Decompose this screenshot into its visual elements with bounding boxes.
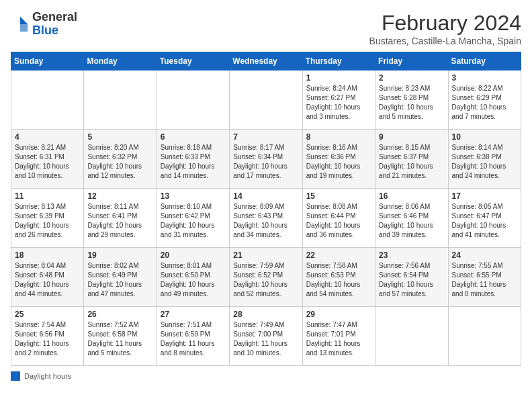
day-number: 15 <box>306 191 371 201</box>
calendar-week-row: 1Sunrise: 8:24 AM Sunset: 6:27 PM Daylig… <box>11 71 521 130</box>
calendar-cell: 23Sunrise: 7:56 AM Sunset: 6:54 PM Dayli… <box>375 248 448 307</box>
location-subtitle: Bustares, Castille-La Mancha, Spain <box>369 36 521 46</box>
day-number: 27 <box>161 310 226 319</box>
day-number: 26 <box>87 310 152 319</box>
day-number: 28 <box>233 310 298 319</box>
day-of-week-header: Tuesday <box>157 52 229 71</box>
calendar-cell: 28Sunrise: 7:49 AM Sunset: 7:00 PM Dayli… <box>230 307 302 366</box>
calendar-cell: 10Sunrise: 8:14 AM Sunset: 6:38 PM Dayli… <box>448 130 521 189</box>
calendar-cell: 24Sunrise: 7:55 AM Sunset: 6:55 PM Dayli… <box>448 248 521 307</box>
calendar-week-row: 11Sunrise: 8:13 AM Sunset: 6:39 PM Dayli… <box>11 189 521 248</box>
day-number: 18 <box>15 250 80 260</box>
day-number: 9 <box>379 132 444 142</box>
svg-marker-0 <box>20 17 28 24</box>
calendar-cell: 25Sunrise: 7:54 AM Sunset: 6:56 PM Dayli… <box>11 307 84 366</box>
day-number: 4 <box>15 132 80 142</box>
calendar-week-row: 18Sunrise: 8:04 AM Sunset: 6:48 PM Dayli… <box>11 248 521 307</box>
day-info: Sunrise: 8:14 AM Sunset: 6:38 PM Dayligh… <box>452 143 517 181</box>
calendar-cell: 26Sunrise: 7:52 AM Sunset: 6:58 PM Dayli… <box>84 307 157 366</box>
day-info: Sunrise: 7:47 AM Sunset: 7:01 PM Dayligh… <box>306 320 371 358</box>
calendar-cell: 1Sunrise: 8:24 AM Sunset: 6:27 PM Daylig… <box>302 71 375 130</box>
calendar-cell: 27Sunrise: 7:51 AM Sunset: 6:59 PM Dayli… <box>157 307 229 366</box>
day-of-week-header: Thursday <box>302 52 375 71</box>
day-number: 17 <box>452 191 517 201</box>
calendar-cell: 14Sunrise: 8:09 AM Sunset: 6:43 PM Dayli… <box>230 189 302 248</box>
day-number: 1 <box>306 73 371 83</box>
day-of-week-header: Sunday <box>11 52 84 71</box>
calendar-cell: 16Sunrise: 8:06 AM Sunset: 6:46 PM Dayli… <box>375 189 448 248</box>
day-of-week-header: Wednesday <box>230 52 302 71</box>
logo: General Blue <box>11 11 77 38</box>
day-info: Sunrise: 8:17 AM Sunset: 6:34 PM Dayligh… <box>233 143 298 181</box>
day-info: Sunrise: 7:58 AM Sunset: 6:53 PM Dayligh… <box>306 261 371 299</box>
day-number: 10 <box>452 132 517 142</box>
calendar-week-row: 25Sunrise: 7:54 AM Sunset: 6:56 PM Dayli… <box>11 307 521 366</box>
day-of-week-header: Friday <box>375 52 448 71</box>
day-number: 21 <box>233 250 298 260</box>
day-info: Sunrise: 7:52 AM Sunset: 6:58 PM Dayligh… <box>87 320 152 358</box>
day-info: Sunrise: 8:22 AM Sunset: 6:29 PM Dayligh… <box>452 84 517 122</box>
title-block: February 2024 Bustares, Castille-La Manc… <box>369 11 521 46</box>
header-row: SundayMondayTuesdayWednesdayThursdayFrid… <box>11 52 521 71</box>
calendar-cell: 19Sunrise: 8:02 AM Sunset: 6:49 PM Dayli… <box>84 248 157 307</box>
legend-color-box <box>11 371 20 381</box>
day-number: 19 <box>87 250 152 260</box>
day-info: Sunrise: 8:08 AM Sunset: 6:44 PM Dayligh… <box>306 202 371 240</box>
calendar-cell: 6Sunrise: 8:18 AM Sunset: 6:33 PM Daylig… <box>157 130 229 189</box>
calendar-cell: 8Sunrise: 8:16 AM Sunset: 6:36 PM Daylig… <box>302 130 375 189</box>
day-number: 12 <box>87 191 152 201</box>
day-number: 24 <box>452 250 517 260</box>
day-number: 23 <box>379 250 444 260</box>
calendar-cell: 2Sunrise: 8:23 AM Sunset: 6:28 PM Daylig… <box>375 71 448 130</box>
day-number: 2 <box>379 73 444 83</box>
day-number: 25 <box>15 310 80 319</box>
day-info: Sunrise: 8:02 AM Sunset: 6:49 PM Dayligh… <box>87 261 152 299</box>
day-info: Sunrise: 8:11 AM Sunset: 6:41 PM Dayligh… <box>87 202 152 240</box>
calendar-cell <box>230 71 302 130</box>
day-number: 14 <box>233 191 298 201</box>
calendar-cell <box>84 71 157 130</box>
day-info: Sunrise: 8:01 AM Sunset: 6:50 PM Dayligh… <box>161 261 226 299</box>
day-info: Sunrise: 7:59 AM Sunset: 6:52 PM Dayligh… <box>233 261 298 299</box>
day-info: Sunrise: 8:13 AM Sunset: 6:39 PM Dayligh… <box>15 202 80 240</box>
day-info: Sunrise: 8:21 AM Sunset: 6:31 PM Dayligh… <box>15 143 80 181</box>
day-info: Sunrise: 8:16 AM Sunset: 6:36 PM Dayligh… <box>306 143 371 181</box>
calendar-cell: 20Sunrise: 8:01 AM Sunset: 6:50 PM Dayli… <box>157 248 229 307</box>
calendar-cell: 9Sunrise: 8:15 AM Sunset: 6:37 PM Daylig… <box>375 130 448 189</box>
day-number: 5 <box>87 132 152 142</box>
day-info: Sunrise: 8:09 AM Sunset: 6:43 PM Dayligh… <box>233 202 298 240</box>
svg-marker-1 <box>20 24 28 32</box>
logo-blue-text: Blue <box>32 24 58 37</box>
calendar-cell: 7Sunrise: 8:17 AM Sunset: 6:34 PM Daylig… <box>230 130 302 189</box>
calendar-table: SundayMondayTuesdayWednesdayThursdayFrid… <box>11 52 521 366</box>
day-info: Sunrise: 7:49 AM Sunset: 7:00 PM Dayligh… <box>233 320 298 358</box>
legend-label: Daylight hours <box>24 372 71 380</box>
logo-icon <box>11 15 30 34</box>
day-info: Sunrise: 8:23 AM Sunset: 6:28 PM Dayligh… <box>379 84 444 122</box>
calendar-cell: 12Sunrise: 8:11 AM Sunset: 6:41 PM Dayli… <box>84 189 157 248</box>
day-number: 7 <box>233 132 298 142</box>
calendar-cell: 18Sunrise: 8:04 AM Sunset: 6:48 PM Dayli… <box>11 248 84 307</box>
logo-general-text: General <box>32 10 77 24</box>
day-number: 11 <box>15 191 80 201</box>
calendar-cell <box>157 71 229 130</box>
calendar-cell <box>448 307 521 366</box>
day-number: 3 <box>452 73 517 83</box>
day-info: Sunrise: 8:10 AM Sunset: 6:42 PM Dayligh… <box>161 202 226 240</box>
page-header: General Blue February 2024 Bustares, Cas… <box>11 11 521 46</box>
day-info: Sunrise: 8:24 AM Sunset: 6:27 PM Dayligh… <box>306 84 371 122</box>
day-info: Sunrise: 8:06 AM Sunset: 6:46 PM Dayligh… <box>379 202 444 240</box>
calendar-cell: 13Sunrise: 8:10 AM Sunset: 6:42 PM Dayli… <box>157 189 229 248</box>
calendar-cell: 15Sunrise: 8:08 AM Sunset: 6:44 PM Dayli… <box>302 189 375 248</box>
day-info: Sunrise: 8:15 AM Sunset: 6:37 PM Dayligh… <box>379 143 444 181</box>
day-info: Sunrise: 8:20 AM Sunset: 6:32 PM Dayligh… <box>87 143 152 181</box>
day-number: 13 <box>161 191 226 201</box>
day-info: Sunrise: 7:51 AM Sunset: 6:59 PM Dayligh… <box>161 320 226 358</box>
day-number: 29 <box>306 310 371 319</box>
day-info: Sunrise: 7:56 AM Sunset: 6:54 PM Dayligh… <box>379 261 444 299</box>
day-of-week-header: Saturday <box>448 52 521 71</box>
day-number: 8 <box>306 132 371 142</box>
calendar-cell: 17Sunrise: 8:05 AM Sunset: 6:47 PM Dayli… <box>448 189 521 248</box>
month-title: February 2024 <box>369 11 521 36</box>
calendar-cell: 11Sunrise: 8:13 AM Sunset: 6:39 PM Dayli… <box>11 189 84 248</box>
